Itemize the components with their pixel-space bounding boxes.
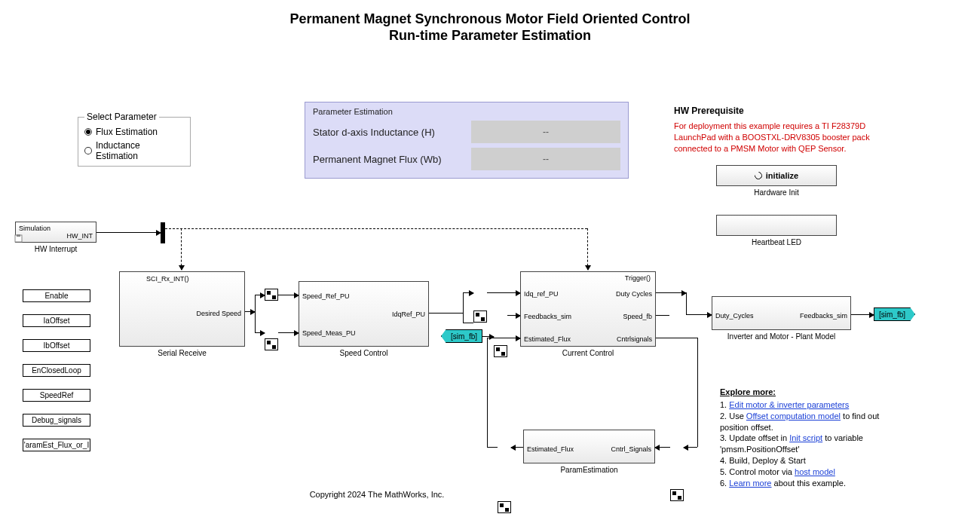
explore-text: 5. Control motor via bbox=[720, 467, 795, 476]
explore-text: 6. bbox=[720, 479, 729, 488]
hw-int-sim-label: Simulation bbox=[19, 225, 51, 232]
radio-label: Flux Estimation bbox=[96, 127, 158, 137]
initialize-label: initialize bbox=[766, 171, 798, 180]
radio-selected-icon bbox=[84, 128, 92, 136]
initialize-caption: Hardware Init bbox=[716, 188, 837, 197]
signal-line bbox=[96, 232, 161, 233]
signal-line bbox=[656, 338, 697, 338]
serial-receive-caption: Serial Receive bbox=[119, 349, 245, 357]
explore-more-panel: Explore more: 1. Edit motor & inverter p… bbox=[720, 387, 901, 489]
signal-line bbox=[463, 323, 473, 323]
current-ctrl-out1: Duty Cycles bbox=[616, 290, 652, 298]
signal-line bbox=[278, 332, 299, 333]
rate-transition[interactable] bbox=[494, 345, 507, 357]
explore-title: Explore more: bbox=[720, 387, 901, 398]
param-estimation-block[interactable]: Cntrl_Signals Estimated_Flux bbox=[523, 430, 655, 463]
current-ctrl-in2: Feedbacks_sim bbox=[524, 313, 571, 320]
speed-ctrl-in1: Speed_Ref_PU bbox=[302, 292, 350, 300]
serial-rx-trigger-port: SCI_Rx_INT() bbox=[146, 275, 189, 283]
radio-label: Inductance Estimation bbox=[96, 140, 184, 161]
explore-text: 1. bbox=[720, 400, 729, 409]
radio-unselected-icon bbox=[84, 147, 92, 154]
heartbeat-block[interactable] bbox=[716, 215, 837, 236]
signal-line bbox=[429, 313, 463, 314]
initialize-block[interactable]: initialize bbox=[716, 165, 837, 186]
signal-line bbox=[686, 292, 687, 314]
hw-int-port: HW_INT bbox=[67, 232, 93, 240]
signal-line-dashed bbox=[181, 228, 182, 270]
current-ctrl-out2: Speed_fb bbox=[623, 313, 652, 320]
link-host-model[interactable]: host model bbox=[795, 467, 835, 476]
tag-enclosedloop[interactable]: EnClosedLoop bbox=[23, 364, 90, 377]
link-learn-more[interactable]: Learn more bbox=[729, 479, 771, 488]
pe-row2-value: -- bbox=[471, 148, 620, 170]
page-title-line2: Run-time Parameter Estimation bbox=[0, 28, 980, 44]
rate-transition[interactable] bbox=[498, 501, 511, 513]
link-edit-params[interactable]: Edit motor & inverter parameters bbox=[729, 400, 849, 409]
clipboard-icon bbox=[14, 234, 23, 243]
tag-enable[interactable]: Enable bbox=[23, 289, 90, 302]
hw-prereq-text: For deployment this example requires a T… bbox=[674, 121, 877, 154]
page-title-line1: Permanent Magnet Synchronous Motor Field… bbox=[0, 11, 980, 27]
signal-line bbox=[245, 311, 255, 312]
signal-line bbox=[656, 315, 669, 316]
parameter-estimation-panel: Parameter Estimation Stator d-axis Induc… bbox=[305, 102, 629, 179]
signal-line bbox=[851, 314, 874, 315]
param-estimation-caption: ParamEstimation bbox=[523, 466, 655, 474]
radio-inductance-estimation[interactable]: Inductance Estimation bbox=[84, 140, 184, 161]
explore-text: 2. Use bbox=[720, 411, 746, 421]
plant-out: Feedbacks_sim bbox=[800, 312, 847, 320]
signal-line bbox=[255, 295, 256, 332]
signal-line bbox=[278, 295, 299, 295]
plant-in: Duty_Cycles bbox=[715, 312, 754, 320]
tag-iboffset[interactable]: IbOffset bbox=[23, 339, 90, 352]
signal-line bbox=[656, 292, 686, 293]
speed-control-block[interactable]: Speed_Ref_PU Speed_Meas_PU IdqRef_PU bbox=[299, 281, 429, 347]
pe-row1-label: Stator d-axis Inductance (H) bbox=[313, 127, 471, 138]
current-control-block[interactable]: Trigger() Idq_ref_PU Feedbacks_sim Estim… bbox=[520, 271, 656, 347]
select-parameter-legend: Select Parameter bbox=[84, 112, 159, 122]
serial-receive-block[interactable]: SCI_Rx_INT() Desired Speed bbox=[119, 271, 245, 347]
signal-line bbox=[697, 338, 698, 447]
rate-transition[interactable] bbox=[473, 310, 487, 323]
tag-debug-signals[interactable]: Debug_signals bbox=[23, 414, 90, 427]
signal-line bbox=[463, 292, 473, 293]
pe-row2-label: Permanent Magnet Flux (Wb) bbox=[313, 154, 471, 165]
plant-caption: Inverter and Motor - Plant Model bbox=[712, 332, 851, 341]
hw-prereq-title: HW Prerequisite bbox=[674, 106, 744, 116]
goto-tag-simfb[interactable]: [sim_fb] bbox=[874, 307, 915, 321]
rate-transition[interactable] bbox=[265, 289, 278, 301]
select-parameter-panel: Select Parameter Flux Estimation Inducta… bbox=[78, 117, 191, 167]
rate-transition[interactable] bbox=[265, 338, 278, 350]
pe-panel-title: Parameter Estimation bbox=[313, 107, 620, 116]
speed-control-caption: Speed Control bbox=[299, 349, 429, 357]
signal-line bbox=[507, 315, 520, 316]
hw-interrupt-block[interactable]: Simulation HW_INT bbox=[15, 222, 96, 243]
heartbeat-caption: Heartbeat LED bbox=[716, 238, 837, 246]
current-ctrl-trigger: Trigger() bbox=[625, 274, 651, 282]
signal-line bbox=[487, 447, 498, 448]
plant-block[interactable]: Duty_Cycles Feedbacks_sim bbox=[712, 296, 851, 330]
radio-flux-estimation[interactable]: Flux Estimation bbox=[84, 127, 184, 137]
signal-line bbox=[463, 292, 464, 323]
signal-line bbox=[482, 336, 494, 337]
serial-rx-out-port: Desired Speed bbox=[196, 310, 241, 317]
link-init-script[interactable]: Init script bbox=[789, 433, 822, 442]
signal-line-dashed bbox=[587, 228, 588, 270]
tag-iaoffset[interactable]: IaOffset bbox=[23, 314, 90, 327]
tag-paramest[interactable]: 'aramEst_Flux_or_I bbox=[23, 439, 90, 451]
link-offset-model[interactable]: Offset computation model bbox=[746, 411, 841, 421]
explore-text: about this example. bbox=[772, 479, 846, 488]
tag-speedref[interactable]: SpeedRef bbox=[23, 389, 90, 402]
rate-transition[interactable] bbox=[670, 489, 684, 501]
signal-line bbox=[487, 292, 520, 293]
signal-line bbox=[487, 338, 520, 338]
paramest-in: Cntrl_Signals bbox=[611, 445, 651, 453]
svg-rect-1 bbox=[17, 234, 20, 237]
signal-line-dashed bbox=[165, 228, 587, 229]
signal-line bbox=[686, 314, 712, 315]
from-tag-simfb[interactable]: [sim_fb] bbox=[441, 329, 482, 343]
signal-line bbox=[511, 447, 523, 448]
paramest-out: Estimated_Flux bbox=[527, 445, 574, 453]
speed-ctrl-out: IdqRef_PU bbox=[392, 310, 425, 318]
